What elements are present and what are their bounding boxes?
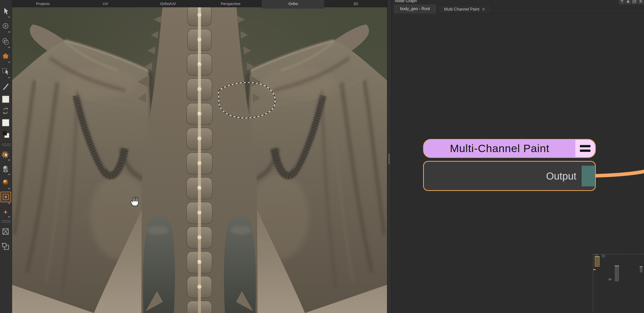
overlap-squares-icon [1,242,10,251]
panel-header-icons [619,0,643,4]
left-toolbar [0,0,12,313]
zoom-add-tool[interactable] [1,21,10,31]
node-graph-canvas[interactable]: Multi-Channel Paint Output [391,14,644,313]
dotted-swatch-icon [1,95,10,103]
lighting-mode-button[interactable] [1,164,10,174]
knife-icon [1,82,10,91]
paint-brush-tool[interactable] [1,51,10,61]
tab-ortho[interactable]: Ortho [262,0,324,9]
transform-paint-tool[interactable] [1,150,10,160]
tool-flyout-caret[interactable] [8,77,10,78]
tab-2d[interactable]: 2D [324,0,387,7]
minimap-gray-node-small [640,266,642,272]
tool-flyout-caret[interactable] [8,160,10,161]
node-graph-tabbar: body_geo - Root Multi-Channel Paint✕ [393,4,492,14]
circles-plus-icon [1,37,10,46]
viewport-tabbar: Projects UV Ortho/UV Perspective Ortho 2… [12,0,387,7]
dragon-spine-ridge [198,7,201,313]
gear-cursor-icon [1,151,10,159]
dragon-model-render [12,7,387,313]
tab-label: Multi-Channel Paint [444,7,479,11]
tool-flyout-caret[interactable] [8,216,10,218]
node-title: Multi-Channel Paint [424,140,575,157]
minimap-gray-node [615,266,619,281]
tool-flyout-caret[interactable] [8,62,10,63]
sparkle-icon [1,208,10,216]
node-header[interactable]: Multi-Channel Paint [423,139,596,158]
sphere-eye-icon [1,165,10,174]
minimap-teal-dash [595,254,598,255]
select-cursor-tool[interactable] [1,6,10,16]
paint-buffer-swatch[interactable] [1,94,10,104]
panel-pin-icon[interactable] [625,0,631,4]
tool-flyout-caret[interactable] [8,188,10,189]
hamburger-icon [580,145,590,147]
panel-close-icon[interactable] [638,0,643,4]
minimap-gray-dash [608,279,612,279]
minimap-blue-dash [604,255,605,255]
swap-colors-button[interactable] [1,106,10,116]
panel-float-icon[interactable] [632,0,637,4]
swap-arrows-icon [1,106,10,115]
minimap-orange-dash [593,269,596,270]
x-box-icon [1,227,10,236]
minimap-gray-dash [608,280,611,280]
add-button[interactable] [1,207,10,217]
circle-plus-icon [1,22,10,30]
minimap-orange-node [595,256,600,267]
output-wire[interactable] [595,172,644,176]
hamburger-icon [580,150,590,152]
projection-button[interactable] [1,242,10,251]
tool-flyout-caret[interactable] [8,203,10,204]
tab-perspective[interactable]: Perspective [199,0,262,7]
panel-title: Node Graph [395,0,417,3]
tab-body-geo-root[interactable]: body_geo - Root [393,4,437,14]
shading-mode-button[interactable] [1,177,10,187]
paint-target-icon [2,193,10,201]
toolbar-separator-dots [2,143,10,146]
tool-flyout-caret[interactable] [8,47,10,48]
foreground-color-swatch[interactable] [1,118,10,127]
toolbar-separator-dots [2,220,10,223]
mari-window: Projects UV Ortho/UV Perspective Ortho 2… [0,0,644,313]
viewport-3d[interactable] [12,7,387,313]
clone-stamp-tool[interactable] [1,37,10,46]
orange-sphere-icon [1,178,10,186]
white-swatch-icon [1,118,10,127]
output-port[interactable] [582,166,595,186]
panel-help-icon[interactable] [619,0,625,4]
node-graph-minimap[interactable] [593,254,644,313]
splitter-grip-dots [389,153,390,165]
multi-channel-paint-node[interactable]: Multi-Channel Paint Output [423,139,596,191]
minimap-blue-node [602,256,605,258]
tool-flyout-caret[interactable] [8,32,10,33]
clear-paint-button[interactable] [1,227,10,236]
marquee-arrow-icon [1,67,10,75]
tab-close-icon[interactable]: ✕ [482,7,485,11]
tab-uv[interactable]: UV [74,0,137,7]
slice-tool[interactable] [1,82,10,91]
tab-projects[interactable]: Projects [12,0,74,7]
paint-target-tool-selected[interactable] [1,192,11,202]
select-arrow-icon [1,7,10,15]
node-body[interactable]: Output [423,161,596,191]
node-graph-panel: Node Graph body_geo - Root Multi-Channel… [391,0,644,313]
output-port-label: Output [546,170,576,182]
tab-multi-channel-paint[interactable]: Multi-Channel Paint✕ [437,5,492,14]
background-color-swatch[interactable] [1,129,10,139]
marquee-transform-tool[interactable] [1,66,10,76]
tool-flyout-caret[interactable] [8,174,10,175]
tool-flyout-caret[interactable] [8,17,10,18]
black-white-swatch-icon [1,130,10,138]
tab-ortho-uv[interactable]: Ortho/UV [137,0,199,7]
node-menu-button[interactable] [575,140,595,157]
minimap-blue-dash [602,255,603,255]
paint-splat-icon [1,52,10,61]
panel-splitter[interactable] [387,0,392,313]
